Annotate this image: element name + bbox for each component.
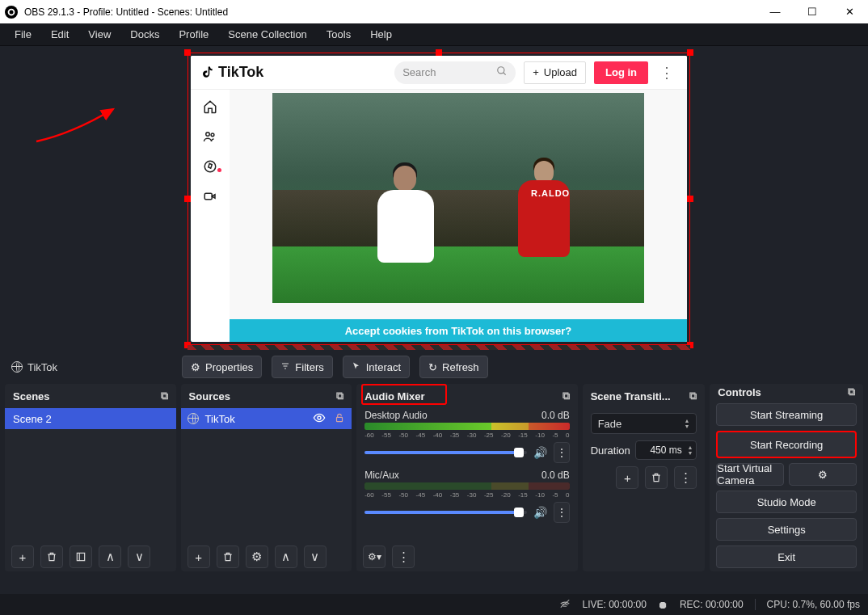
live-icon[interactable]	[203, 189, 217, 208]
following-icon[interactable]	[203, 129, 217, 148]
tiktok-feed: R.ALDO ▲ ▼ 1.1M Accept cookies from Ti	[230, 90, 687, 342]
move-source-up-button[interactable]: ∧	[275, 545, 297, 568]
popout-icon[interactable]: ⧉	[848, 385, 855, 398]
svg-rect-14	[337, 417, 343, 421]
transition-select[interactable]: Fade ▲▼	[591, 413, 697, 434]
menu-file[interactable]: File	[6, 25, 40, 44]
upload-button[interactable]: + Upload	[524, 61, 586, 84]
interact-button[interactable]: Interact	[343, 356, 410, 378]
duration-spinner[interactable]: 450 ms ▲▼	[635, 440, 697, 460]
transition-menu-button[interactable]: ⋮	[674, 466, 697, 489]
interact-label: Interact	[366, 361, 401, 373]
svg-point-5	[211, 133, 214, 137]
scenes-panel: Scenes ⧉ Scene 2 + ∧ ∨	[5, 384, 176, 571]
exit-button[interactable]: Exit	[716, 545, 857, 568]
start-virtual-camera-button[interactable]: Start Virtual Camera	[716, 463, 784, 486]
lock-icon[interactable]	[334, 412, 345, 426]
maximize-button[interactable]: ☐	[794, 0, 831, 23]
delete-source-button[interactable]	[217, 545, 239, 568]
popout-icon[interactable]: ⧉	[689, 390, 697, 402]
transitions-title: Scene Transiti...	[591, 390, 671, 402]
selection-handle[interactable]	[184, 49, 191, 56]
controls-panel: Controls ⧉ Start Streaming Start Recordi…	[710, 384, 863, 571]
menu-scene-collection[interactable]: Scene Collection	[220, 25, 315, 44]
tiktok-logo[interactable]: TikTok	[200, 64, 263, 81]
network-icon	[559, 598, 571, 612]
filters-button[interactable]: Filters	[272, 356, 332, 378]
delete-transition-button[interactable]	[645, 466, 668, 489]
popout-icon[interactable]: ⧉	[161, 390, 168, 402]
source-item[interactable]: TikTok	[181, 408, 352, 429]
mixer-title: Audio Mixer	[364, 390, 424, 402]
selection-handle[interactable]	[184, 196, 191, 202]
menu-tools[interactable]: Tools	[318, 25, 359, 44]
tiktok-sidebar	[191, 90, 230, 342]
close-button[interactable]: ✕	[831, 0, 868, 23]
virtual-camera-settings-button[interactable]: ⚙	[789, 463, 857, 486]
popout-icon[interactable]: ⧉	[563, 390, 570, 402]
scene-filter-button[interactable]	[70, 545, 92, 568]
speaker-icon[interactable]: 🔊	[533, 446, 547, 459]
explore-icon[interactable]	[203, 159, 217, 178]
channel-level: 0.0 dB	[541, 470, 570, 481]
source-toolbar: TikTok ⚙ Properties Filters Interact ↻ R…	[0, 350, 868, 384]
selection-handle[interactable]	[687, 49, 693, 56]
channel-level: 0.0 dB	[541, 410, 570, 421]
menu-edit[interactable]: Edit	[43, 25, 77, 44]
properties-label: Properties	[205, 361, 253, 373]
selected-source-label: TikTok	[11, 361, 57, 373]
start-recording-button[interactable]: Start Recording	[716, 431, 857, 458]
globe-icon	[188, 413, 199, 424]
delete-scene-button[interactable]	[40, 545, 63, 568]
selection-handle[interactable]	[436, 49, 442, 56]
selected-source-name: TikTok	[27, 361, 57, 373]
minimize-button[interactable]: —	[756, 0, 794, 23]
add-source-button[interactable]: +	[188, 545, 210, 568]
tiktok-logo-text: TikTok	[218, 64, 263, 81]
preview-area[interactable]: TikTok Search + Upload Log in ⋮	[0, 46, 868, 350]
refresh-button[interactable]: ↻ Refresh	[419, 356, 488, 378]
video-player[interactable]: R.ALDO ▲ ▼ 1.1M	[272, 93, 644, 303]
move-source-down-button[interactable]: ∨	[304, 545, 327, 568]
mixer-menu-button[interactable]: ⋮	[392, 545, 415, 568]
search-input[interactable]: Search	[394, 61, 516, 84]
login-label: Log in	[605, 66, 637, 78]
mixer-settings-button[interactable]: ⚙▾	[363, 545, 386, 568]
obs-logo-icon	[5, 6, 18, 19]
volume-slider[interactable]	[364, 511, 526, 514]
visibility-icon[interactable]	[313, 411, 326, 427]
svg-line-3	[504, 73, 506, 75]
audio-meter	[364, 423, 569, 430]
volume-slider[interactable]	[364, 451, 526, 454]
channel-menu-button[interactable]: ⋮	[554, 442, 570, 463]
menu-help[interactable]: Help	[362, 25, 400, 44]
window-title: OBS 29.1.3 - Profile: Untitled - Scenes:…	[24, 6, 228, 18]
rec-status: REC: 00:00:00	[680, 599, 744, 610]
settings-button[interactable]: Settings	[716, 518, 857, 541]
add-scene-button[interactable]: +	[11, 545, 34, 568]
properties-button[interactable]: ⚙ Properties	[182, 356, 262, 378]
browser-source-content: TikTok Search + Upload Log in ⋮	[191, 56, 687, 342]
more-icon[interactable]: ⋮	[656, 64, 677, 82]
menu-profile[interactable]: Profile	[171, 25, 217, 44]
move-scene-up-button[interactable]: ∧	[99, 545, 121, 568]
menu-view[interactable]: View	[80, 25, 119, 44]
home-icon[interactable]	[203, 99, 217, 118]
crop-indicator	[188, 345, 690, 350]
login-button[interactable]: Log in	[594, 61, 648, 84]
cursor-icon	[352, 361, 361, 373]
scene-item[interactable]: Scene 2	[5, 408, 176, 429]
studio-mode-button[interactable]: Studio Mode	[716, 491, 857, 513]
speaker-icon[interactable]: 🔊	[533, 506, 547, 519]
cookie-banner[interactable]: Accept cookies from TikTok on this brows…	[230, 319, 687, 342]
add-transition-button[interactable]: +	[616, 466, 638, 489]
svg-rect-11	[77, 553, 84, 560]
sources-title: Sources	[189, 390, 230, 402]
selection-handle[interactable]	[687, 196, 693, 202]
move-scene-down-button[interactable]: ∨	[128, 545, 150, 568]
popout-icon[interactable]: ⧉	[336, 390, 343, 402]
menu-docks[interactable]: Docks	[122, 25, 167, 44]
start-streaming-button[interactable]: Start Streaming	[716, 403, 857, 426]
source-properties-button[interactable]: ⚙	[246, 545, 268, 568]
channel-menu-button[interactable]: ⋮	[554, 502, 570, 523]
